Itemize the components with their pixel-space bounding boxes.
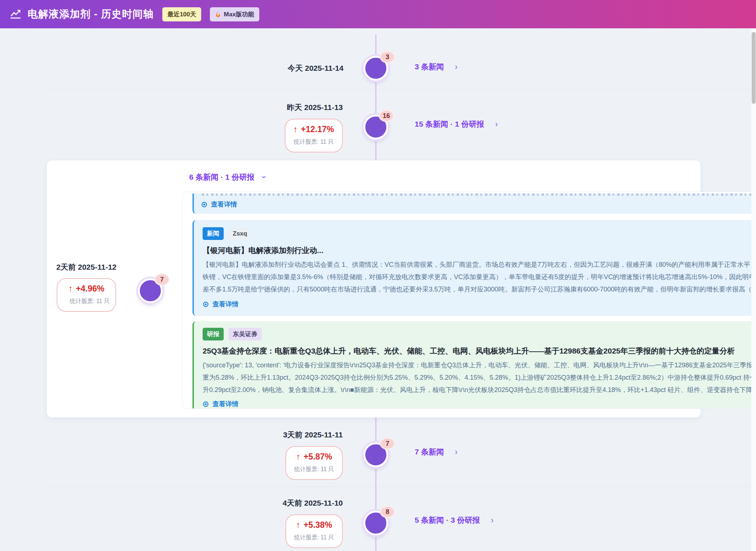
chevron-right-icon: › <box>455 62 458 72</box>
row-news-link-label: 7 条新闻 <box>415 447 444 457</box>
report-card[interactable]: 研报 东吴证券 25Q3基金持仓深度：电新重仓Q3总体上升，电动车、光伏、储能、… <box>192 321 756 409</box>
count-badge: 16 <box>379 110 394 122</box>
report-title[interactable]: 25Q3基金持仓深度：电新重仓Q3总体上升，电动车、光伏、储能、工控、电网、风电… <box>203 346 756 356</box>
change-percent: +4.96% <box>76 284 105 294</box>
stocks-count: 统计股票: 11 只 <box>294 465 334 474</box>
stocks-count: 统计股票: 11 只 <box>294 533 334 542</box>
row-divider <box>47 90 756 90</box>
page-title: 电解液添加剂 - 历史时间轴 <box>28 7 154 21</box>
scrollbar-track[interactable] <box>751 28 756 551</box>
date-label: 昨天 2025-11-13 <box>287 102 343 113</box>
eye-icon <box>203 401 209 407</box>
view-detail-label: 查看详情 <box>212 400 239 408</box>
count-badge: 7 <box>380 437 395 450</box>
range-badge: 最近100天 <box>162 7 201 21</box>
app-header: 电解液添加剂 - 历史时间轴 最近100天 Max版功能 <box>0 0 756 28</box>
news-card-clipped[interactable]: 查看详情 <box>192 193 756 214</box>
date-stat-block: 昨天 2025-11-13 ↑ +12.17% 统计股票: 11 只 <box>285 102 343 152</box>
flame-icon <box>215 11 221 18</box>
date-label: 今天 2025-11-14 <box>288 63 344 73</box>
view-detail-link[interactable]: 查看详情 <box>203 400 756 408</box>
expanded-day-card: 6 条新闻 · 1 份研报 › 2天前 2025-11-12 ↑ +4.96% … <box>47 160 700 417</box>
range-badge-label: 最近100天 <box>167 10 196 19</box>
date-label: 3天前 2025-11-11 <box>283 430 343 440</box>
date-stat-block: 4天前 2025-11-10 ↑ +5.38% 统计股票: 11 只 <box>283 498 343 548</box>
row-news-link[interactable]: 5 条新闻 · 3 份研报 › <box>415 515 493 525</box>
type-badge-news: 新闻 <box>203 227 224 240</box>
news-body-line: 铁锂，VC在铁锂里面的添加量是3.5%-6%（特别是储能，对循环充放电次数要求更… <box>203 271 756 283</box>
row-news-link[interactable]: 15 条新闻 · 1 份研报 › <box>415 119 498 129</box>
row-news-link-label: 3 条新闻 <box>415 62 444 72</box>
up-arrow-icon: ↑ <box>293 125 298 134</box>
news-list-panel[interactable]: 查看详情 新闻 Zsxq 【银河电新】电解液添加剂行业动... 【银河电新】电解… <box>182 192 756 409</box>
report-body-line: 升0.29pct至2.00%，钠电池、复合集流体上涨。\r\n■新能源：光伏、风… <box>203 384 756 396</box>
price-change-pill: ↑ +4.96% 统计股票: 11 只 <box>57 278 116 312</box>
count-badge: 8 <box>380 506 395 518</box>
collapse-summary-link[interactable]: 6 条新闻 · 1 份研报 › <box>189 172 265 182</box>
view-detail-link[interactable]: 查看详情 <box>201 200 756 209</box>
price-change-pill: ↑ +5.38% 统计股票: 11 只 <box>285 514 343 548</box>
view-detail-label: 查看详情 <box>211 200 237 209</box>
row-news-link-label: 5 条新闻 · 3 份研报 <box>415 515 480 525</box>
view-detail-label: 查看详情 <box>212 300 239 309</box>
news-title[interactable]: 【银河电新】电解液添加剂行业动... <box>203 245 756 256</box>
chevron-right-icon: › <box>495 119 498 129</box>
row-news-link[interactable]: 7 条新闻 › <box>415 447 458 457</box>
report-body-line: 重为5.28%，环比上升1.13pct。2024Q3-2025Q3持仓比例分别为… <box>203 371 756 384</box>
chevron-down-icon: › <box>259 176 268 178</box>
chevron-right-icon: › <box>491 515 494 525</box>
date-stat-block: 3天前 2025-11-11 ↑ +5.87% 统计股票: 11 只 <box>283 430 343 480</box>
news-card[interactable]: 新闻 Zsxq 【银河电新】电解液添加剂行业动... 【银河电新】电解液添加剂行… <box>192 220 756 316</box>
up-arrow-icon: ↑ <box>296 520 300 530</box>
clipped-text-remnant <box>202 193 756 196</box>
eye-icon <box>201 201 207 208</box>
stocks-count: 统计股票: 11 只 <box>65 297 110 306</box>
up-arrow-icon: ↑ <box>296 452 300 462</box>
max-feature-badge: Max版功能 <box>210 7 259 21</box>
date-label: 2天前 2025-11-12 <box>56 262 117 272</box>
type-badge-report: 研报 <box>203 328 224 340</box>
news-body-line: 差不多1.5万吨是给宁德保供的，只有5000吨在市场进行流通，宁德也还要外采3.… <box>203 283 756 295</box>
change-percent: +5.87% <box>304 452 332 462</box>
row-news-link-label: 15 条新闻 · 1 份研报 <box>415 119 484 129</box>
chevron-right-icon: › <box>455 447 458 457</box>
change-percent: +5.38% <box>304 520 332 530</box>
stocks-count: 统计股票: 11 只 <box>293 138 334 147</box>
count-badge: 3 <box>380 51 395 63</box>
up-arrow-icon: ↑ <box>68 284 73 294</box>
source-badge: Zsxq <box>228 228 252 240</box>
eye-icon <box>203 301 209 307</box>
source-badge: 东吴证券 <box>228 328 262 340</box>
scrollbar-thumb[interactable] <box>752 32 756 104</box>
collapse-summary-label: 6 条新闻 · 1 份研报 <box>189 172 255 182</box>
report-body-line: {'sourceType': 13, 'content': '电力设备行业深度报… <box>203 359 756 371</box>
date-label: 4天前 2025-11-10 <box>283 498 343 508</box>
view-detail-link[interactable]: 查看详情 <box>203 300 756 309</box>
line-chart-icon <box>9 8 22 20</box>
row-news-link[interactable]: 3 条新闻 › <box>415 62 458 72</box>
change-percent: +12.17% <box>301 125 334 134</box>
max-feature-badge-label: Max版功能 <box>224 10 254 19</box>
news-body-line: 【银河电新】电解液添加剂行业动态电话会要点 1、供需情况：VC当前供需很紧，头部… <box>203 258 756 271</box>
count-badge: 7 <box>154 273 170 286</box>
price-change-pill: ↑ +12.17% 统计股票: 11 只 <box>285 119 343 152</box>
row-divider <box>47 486 756 487</box>
price-change-pill: ↑ +5.87% 统计股票: 11 只 <box>285 446 343 480</box>
